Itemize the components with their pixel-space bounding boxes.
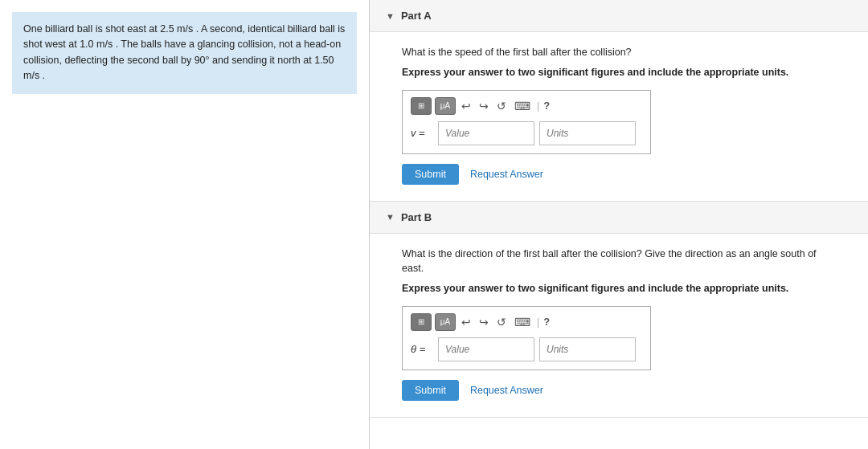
problem-statement: One billiard ball is shot east at 2.5 m/… [12,12,357,94]
part-b-instruction: Express your answer to two significant f… [402,281,836,296]
part-b-request-answer-link[interactable]: Request Answer [470,385,543,396]
part-a-units-input[interactable] [539,121,636,145]
part-b-undo-button[interactable]: ↩ [459,314,473,330]
refresh-icon: ↺ [497,316,506,329]
mu-icon: μA [440,317,450,326]
grid-icon: ⊞ [418,317,424,326]
part-a-var-label: v = [411,127,433,139]
part-b-input-row: θ = [411,337,642,361]
part-b-refresh-button[interactable]: ↺ [494,314,509,330]
right-panel: ▼ Part A What is the speed of the first … [370,0,868,449]
part-a-answer-box: ⊞ μA ↩ ↪ ↺ ⌨ [402,90,651,154]
part-a-chevron-icon: ▼ [386,11,395,21]
part-a-section: ▼ Part A What is the speed of the first … [370,0,868,202]
part-a-request-answer-link[interactable]: Request Answer [470,169,543,180]
part-a-separator: | [536,100,540,112]
part-a-grid-button[interactable]: ⊞ [411,97,432,115]
part-a-keyboard-button[interactable]: ⌨ [512,98,533,114]
part-b-var-label: θ = [411,343,433,355]
left-panel: One billiard ball is shot east at 2.5 m/… [0,0,370,449]
redo-icon: ↪ [479,100,489,112]
part-a-mu-button[interactable]: μA [435,97,456,115]
part-b-separator: | [536,316,540,328]
part-b-units-input[interactable] [539,337,636,361]
part-b-redo-button[interactable]: ↪ [477,314,491,330]
part-b-toolbar: ⊞ μA ↩ ↪ ↺ ⌨ [411,313,642,331]
undo-icon: ↩ [461,316,471,329]
part-b-actions: Submit Request Answer [402,380,836,401]
keyboard-icon: ⌨ [514,100,530,112]
part-b-header[interactable]: ▼ Part B [370,202,868,234]
refresh-icon: ↺ [497,100,506,112]
part-b-question: What is the direction of the first ball … [402,247,836,277]
part-b-section: ▼ Part B What is the direction of the fi… [370,202,868,418]
part-b-label: Part B [401,211,432,223]
help-icon: ? [543,316,550,328]
part-a-instruction: Express your answer to two significant f… [402,65,836,80]
part-a-actions: Submit Request Answer [402,164,836,185]
part-b-help-button[interactable]: ? [543,316,550,328]
part-a-undo-button[interactable]: ↩ [459,98,473,114]
mu-icon: μA [440,101,450,110]
part-a-redo-button[interactable]: ↪ [477,98,491,114]
part-a-submit-button[interactable]: Submit [402,164,459,185]
part-a-help-button[interactable]: ? [543,100,550,112]
part-a-content: What is the speed of the first ball afte… [370,32,868,201]
problem-text-content: One billiard ball is shot east at 2.5 m/… [23,23,345,81]
redo-icon: ↪ [479,316,489,329]
keyboard-icon: ⌨ [514,316,530,329]
part-a-value-input[interactable] [438,121,534,145]
part-b-grid-button[interactable]: ⊞ [411,313,432,331]
part-b-answer-box: ⊞ μA ↩ ↪ ↺ ⌨ [402,306,651,370]
part-a-header[interactable]: ▼ Part A [370,0,868,32]
part-b-content: What is the direction of the first ball … [370,234,868,417]
part-b-chevron-icon: ▼ [386,212,395,222]
part-b-value-input[interactable] [438,337,534,361]
undo-icon: ↩ [461,100,471,112]
part-a-input-row: v = [411,121,642,145]
help-icon: ? [543,100,550,112]
grid-icon: ⊞ [418,101,424,110]
part-a-refresh-button[interactable]: ↺ [494,98,509,114]
part-a-toolbar: ⊞ μA ↩ ↪ ↺ ⌨ [411,97,642,115]
part-a-question: What is the speed of the first ball afte… [402,45,836,60]
part-b-submit-button[interactable]: Submit [402,380,459,401]
part-a-label: Part A [401,10,432,22]
part-b-keyboard-button[interactable]: ⌨ [512,314,533,330]
part-b-mu-button[interactable]: μA [435,313,456,331]
